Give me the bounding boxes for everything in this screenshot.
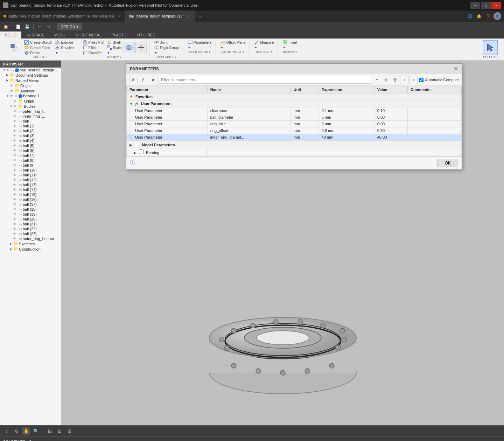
param-col-expression[interactable]: 6 mm <box>318 121 374 127</box>
ribbon-tab-mesh[interactable]: MESH <box>49 31 70 38</box>
browser-body-ball18[interactable]: 👁 ▭ ball (18) <box>0 207 61 212</box>
param-col-name[interactable]: ring_size <box>207 121 290 127</box>
view-home-icon[interactable]: ⊞ <box>46 427 54 435</box>
param-col-unit[interactable]: mm <box>290 127 318 134</box>
browser-body-ball9[interactable]: 👁 ▭ ball (9) <box>0 163 61 168</box>
ribbon-tab-solid[interactable]: SOLID <box>0 31 21 38</box>
tab-right-icon-2[interactable]: 🔔 <box>475 12 483 20</box>
save-button[interactable]: 💾 <box>23 23 31 30</box>
browser-body-outerring-bottom[interactable]: 👁 ▭ outer_ring_bottom <box>0 236 61 241</box>
browser-item-sketches[interactable]: ▶ 📁 Sketches <box>0 241 61 246</box>
param-col-unit[interactable]: mm <box>290 107 318 114</box>
bearing-expand-icon[interactable]: ▶ <box>134 151 136 155</box>
param-col-unit[interactable]: mm <box>290 121 318 127</box>
browser-body-ball[interactable]: 👁 ▭ ball <box>0 119 61 124</box>
derive-icon[interactable]: Derive <box>23 50 53 55</box>
browser-item-bearing[interactable]: ▼ 👁 ⊙ 🔵 Bearing:1 <box>0 93 61 98</box>
rigid-group-icon[interactable]: Rigid Group <box>153 45 180 50</box>
browser-body-ball7[interactable]: 👁 ▭ ball (7) <box>0 153 61 158</box>
visibility-icon[interactable]: 👁 <box>13 159 18 162</box>
param-col-expression[interactable]: 0.8 mm <box>318 127 374 134</box>
create-dropdown[interactable]: ▼ <box>54 50 75 55</box>
param-row-ring-offset[interactable]: ☆ User Parameter ring_offset mm 0.8 mm 0… <box>127 127 462 134</box>
extrude-icon[interactable]: Extrude <box>54 40 75 45</box>
browser-body-ball4[interactable]: 👁 ▭ ball (4) <box>0 138 61 143</box>
user-params-expand-icon[interactable]: ▼ <box>130 102 133 106</box>
browser-body-innerring[interactable]: 👁 ▭ inner_ring_... <box>0 114 61 119</box>
combine-icon[interactable] <box>124 42 135 53</box>
star-icon[interactable]: ☆ <box>130 135 133 139</box>
visibility-icon[interactable]: 👁 <box>13 173 18 177</box>
params-export-button[interactable]: ↑ <box>409 76 418 84</box>
minimize-button[interactable]: ─ <box>470 2 480 9</box>
offset-plane-icon[interactable]: Offset Plane <box>219 40 247 45</box>
browser-item-root[interactable]: ▼ 👁 ⊙ 🔵 ball_bearing_design_... <box>0 68 61 72</box>
visibility-icon[interactable]: 👁 <box>10 94 15 98</box>
tab-right-icon-3[interactable]: ❓ <box>484 12 492 20</box>
params-filter-input[interactable] <box>159 76 371 84</box>
param-col-expression[interactable]: 40 mm <box>318 134 374 141</box>
ribbon-tab-utilities[interactable]: UTILITIES <box>132 31 160 38</box>
visibility-icon[interactable]: 👁 <box>13 110 18 113</box>
browser-body-ball19[interactable]: 👁 ▭ ball (19) <box>0 212 61 217</box>
model-params-expand-icon[interactable]: ▶ <box>130 143 132 147</box>
browser-item-origin[interactable]: 👁 📁 Origin <box>0 83 61 88</box>
param-row-ball-diameter[interactable]: ☆ User Parameter ball_diameter mm 5 mm 5… <box>127 114 462 121</box>
param-col-comments[interactable] <box>408 121 462 127</box>
browser-item-bodies[interactable]: ▼ 👁 📁 Bodies <box>0 104 61 109</box>
orbit-icon[interactable]: ↕ <box>3 427 10 435</box>
bearing-checkbox[interactable] <box>139 149 144 154</box>
ribbon-tab-plastic[interactable]: PLASTIC <box>106 31 132 38</box>
browser-body-outerring[interactable]: 👁 ▭ outer_ring_t... <box>0 109 61 114</box>
user-avatar[interactable]: 👤 <box>493 12 501 20</box>
pan-icon[interactable]: ⊙ <box>13 427 20 435</box>
create-sketch-icon[interactable]: Create Sketch <box>23 40 53 45</box>
visibility-icon[interactable]: 👁 <box>13 208 18 211</box>
maximize-button[interactable]: □ <box>481 2 491 9</box>
visibility-icon[interactable]: 👁 <box>13 149 18 152</box>
tab-add-button[interactable]: + <box>195 10 206 22</box>
visibility-icon[interactable]: 👁 <box>13 168 18 172</box>
browser-body-ball10[interactable]: 👁 ▭ ball (10) <box>0 168 61 173</box>
browser-body-ball1[interactable]: 👁 ▭ ball (1) <box>0 124 61 128</box>
tab-item-2[interactable]: ball_bearing_design_template v13* ✕ <box>126 10 195 22</box>
press-pull-icon[interactable]: Press Pull <box>82 40 105 45</box>
browser-body-ball14[interactable]: 👁 ▭ ball (14) <box>0 187 61 192</box>
param-col-comments[interactable] <box>408 107 462 114</box>
visibility-icon[interactable]: 👁 <box>13 99 18 103</box>
favorites-section-row[interactable]: ★ Favorites <box>127 93 462 100</box>
visibility-icon[interactable]: 👁 <box>13 193 18 196</box>
construct-dropdown[interactable]: ▼ <box>219 45 247 50</box>
tab-right-icon-1[interactable]: 🌐 <box>466 12 474 20</box>
home-button[interactable]: 🏠 <box>2 23 10 30</box>
parameters-scroll-area[interactable]: Parameter Name Unit Expression Value Com… <box>126 86 462 156</box>
browser-body-ball22[interactable]: 👁 ▭ ball (22) <box>0 226 61 231</box>
browser-body-ball15[interactable]: 👁 ▭ ball (15) <box>0 192 61 197</box>
browser-body-ball2[interactable]: 👁 ▭ ball (2) <box>0 128 61 133</box>
param-col-name[interactable]: inner_ring_diamet... <box>207 134 290 141</box>
visibility-icon[interactable]: 👁 <box>13 222 18 226</box>
browser-body-ball12[interactable]: 👁 ▭ ball (12) <box>0 177 61 182</box>
visibility-icon[interactable]: 👁 <box>13 144 18 147</box>
model-params-checkbox[interactable] <box>135 142 139 146</box>
select-icon[interactable] <box>483 40 498 55</box>
tab-close-1[interactable]: ✕ <box>117 14 122 19</box>
ribbon-tab-surface[interactable]: SURFACE <box>21 31 49 38</box>
param-col-expression[interactable]: 5 mm <box>318 114 374 121</box>
model-params-section-row[interactable]: ▶ Model Parameters <box>127 141 462 148</box>
browser-body-ball16[interactable]: 👁 ▭ ball (16) <box>0 197 61 202</box>
view-grid-icon[interactable]: ⊠ <box>65 427 73 435</box>
parameter-icon[interactable]: Parameters <box>187 40 213 45</box>
visibility-icon[interactable]: 👁 <box>13 178 18 182</box>
comments-add-icon[interactable]: ⊕ <box>27 439 33 441</box>
visibility-icon[interactable]: 👁 <box>13 114 18 118</box>
browser-item-analysis[interactable]: 👁 📁 Analysis <box>0 88 61 93</box>
model-bearing-row[interactable]: ▶ Bearing <box>127 148 462 156</box>
new-component-icon[interactable] <box>6 40 22 55</box>
visibility-icon[interactable]: 👁 <box>13 119 18 123</box>
visibility-icon[interactable]: 👁 <box>13 124 18 128</box>
redo-button[interactable]: ↪ <box>45 23 52 30</box>
move-icon[interactable]: ✋ <box>22 427 30 435</box>
fillet-icon[interactable]: Fillet <box>82 45 105 50</box>
visibility-icon[interactable]: 👁 <box>10 84 15 88</box>
